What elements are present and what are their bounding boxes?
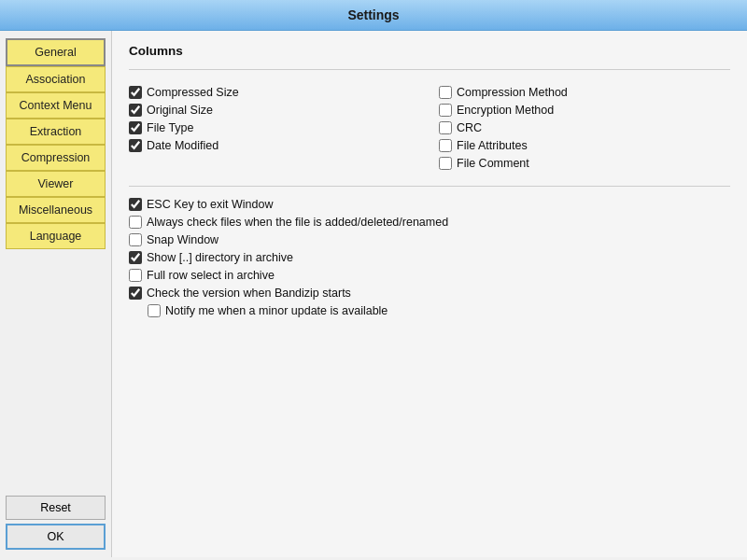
checkbox-row-encryption-method[interactable]: Encryption Method — [439, 104, 730, 117]
option-row-esc-key[interactable]: ESC Key to exit Window — [129, 198, 730, 211]
sidebar-item-association[interactable]: Association — [6, 66, 106, 92]
checkbox-row-file-attributes[interactable]: File Attributes — [439, 139, 730, 152]
sidebar-bottom: Reset OK — [6, 496, 106, 550]
label-file-attributes: File Attributes — [457, 139, 528, 152]
sidebar-item-compression[interactable]: Compression — [6, 145, 106, 171]
checkbox-row-file-comment[interactable]: File Comment — [439, 157, 730, 170]
label-date-modified: Date Modified — [147, 139, 218, 152]
checkbox-crc[interactable] — [439, 121, 452, 134]
title-bar: Settings — [0, 0, 747, 31]
checkbox-compression-method[interactable] — [439, 86, 452, 99]
sidebar-item-context-menu[interactable]: Context Menu — [6, 92, 106, 119]
option-checkbox-esc-key[interactable] — [129, 198, 142, 211]
checkbox-row-compressed-size[interactable]: Compressed Size — [129, 86, 420, 99]
checkbox-row-file-type[interactable]: File Type — [129, 121, 420, 134]
checkbox-encryption-method[interactable] — [439, 104, 452, 117]
option-row-notify-minor[interactable]: Notify me when a minor update is availab… — [148, 304, 730, 317]
checkbox-row-original-size[interactable]: Original Size — [129, 104, 420, 117]
option-row-check-version[interactable]: Check the version when Bandizip starts — [129, 287, 730, 300]
checkbox-row-date-modified[interactable]: Date Modified — [129, 139, 420, 152]
right-columns: Compression MethodEncryption MethodCRCFi… — [439, 81, 730, 175]
checkbox-file-type[interactable] — [129, 121, 142, 134]
option-checkbox-snap-window[interactable] — [129, 233, 142, 246]
left-columns: Compressed SizeOriginal SizeFile TypeDat… — [129, 81, 420, 175]
title-text: Settings — [347, 7, 399, 22]
label-file-type: File Type — [147, 121, 194, 134]
option-checkbox-always-check[interactable] — [129, 216, 142, 229]
label-file-comment: File Comment — [457, 157, 529, 170]
options-section: ESC Key to exit WindowAlways check files… — [129, 198, 730, 317]
ok-button[interactable]: OK — [6, 524, 106, 550]
label-original-size: Original Size — [147, 104, 213, 117]
checkbox-file-comment[interactable] — [439, 157, 452, 170]
option-label-snap-window: Snap Window — [147, 233, 218, 246]
checkbox-compressed-size[interactable] — [129, 86, 142, 99]
reset-button[interactable]: Reset — [6, 496, 106, 520]
checkbox-row-compression-method[interactable]: Compression Method — [439, 86, 730, 99]
sidebar-items: GeneralAssociationContext MenuExtraction… — [6, 38, 106, 249]
sidebar-item-language[interactable]: Language — [6, 223, 106, 249]
option-row-snap-window[interactable]: Snap Window — [129, 233, 730, 246]
option-label-show-directory: Show [..] directory in archive — [147, 251, 293, 264]
option-label-full-row-select: Full row select in archive — [147, 269, 275, 282]
option-label-always-check: Always check files when the file is adde… — [147, 216, 448, 229]
option-row-always-check[interactable]: Always check files when the file is adde… — [129, 216, 730, 229]
columns-grid: Compressed SizeOriginal SizeFile TypeDat… — [129, 81, 730, 175]
label-compressed-size: Compressed Size — [147, 86, 239, 99]
checkbox-file-attributes[interactable] — [439, 139, 452, 152]
sidebar-item-viewer[interactable]: Viewer — [6, 171, 106, 197]
option-label-esc-key: ESC Key to exit Window — [147, 198, 273, 211]
option-checkbox-notify-minor[interactable] — [148, 304, 161, 317]
checkbox-date-modified[interactable] — [129, 139, 142, 152]
option-checkbox-show-directory[interactable] — [129, 251, 142, 264]
option-row-full-row-select[interactable]: Full row select in archive — [129, 269, 730, 282]
divider-bottom — [129, 186, 730, 187]
label-crc: CRC — [457, 121, 482, 134]
columns-section-title: Columns — [129, 44, 730, 58]
sidebar-item-miscellaneous[interactable]: Miscellaneous — [6, 197, 106, 223]
option-row-show-directory[interactable]: Show [..] directory in archive — [129, 251, 730, 264]
option-checkbox-full-row-select[interactable] — [129, 269, 142, 282]
main-container: GeneralAssociationContext MenuExtraction… — [0, 31, 747, 557]
checkbox-original-size[interactable] — [129, 104, 142, 117]
sidebar-item-extraction[interactable]: Extraction — [6, 119, 106, 145]
option-label-notify-minor: Notify me when a minor update is availab… — [165, 304, 388, 317]
label-encryption-method: Encryption Method — [457, 104, 554, 117]
divider-top — [129, 69, 730, 70]
sidebar-item-general[interactable]: General — [6, 38, 106, 66]
option-checkbox-check-version[interactable] — [129, 287, 142, 300]
option-label-check-version: Check the version when Bandizip starts — [147, 287, 351, 300]
checkbox-row-crc[interactable]: CRC — [439, 121, 730, 134]
label-compression-method: Compression Method — [457, 86, 568, 99]
sidebar: GeneralAssociationContext MenuExtraction… — [0, 31, 112, 557]
content-area: Columns Compressed SizeOriginal SizeFile… — [112, 31, 747, 557]
